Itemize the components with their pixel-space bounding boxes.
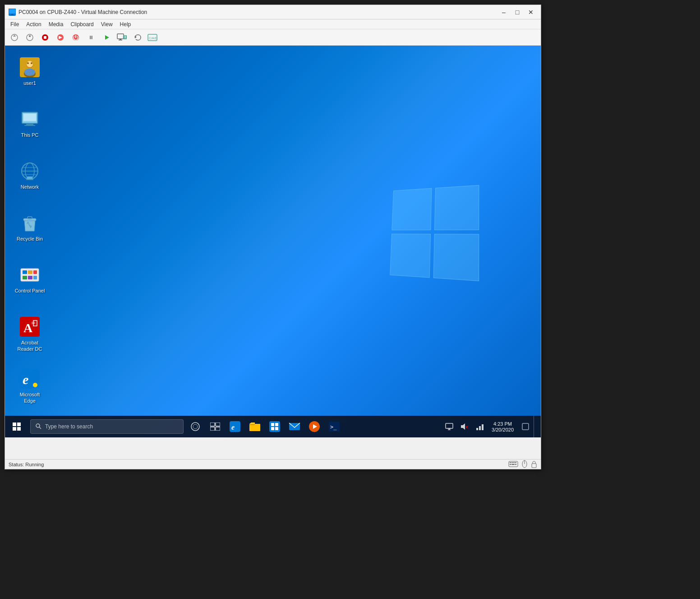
svg-rect-38 [23,114,36,121]
minimize-button[interactable]: – [497,7,510,17]
ctrlaltdel-btn[interactable]: C/A/D [146,31,159,44]
pause-btn[interactable] [84,31,98,44]
svg-rect-81 [271,423,274,426]
svg-rect-98 [482,424,484,430]
svg-rect-55 [28,276,32,279]
menu-clipboard[interactable]: Clipboard [67,20,97,28]
acrobat-label: Acrobat Reader DC [14,339,46,353]
mouse-status-icon [522,460,527,469]
svg-rect-83 [271,427,274,430]
svg-marker-26 [135,36,137,38]
task-view-button[interactable] [205,416,225,437]
svg-rect-53 [33,270,37,274]
svg-rect-102 [511,462,513,463]
edge-label: Microsoft Edge [14,391,46,404]
display-icon[interactable] [442,418,456,436]
svg-text:>_: >_ [330,424,337,430]
explorer-taskbar-button[interactable] [245,416,265,437]
undo-btn[interactable] [130,31,144,44]
desktop-icon-user1[interactable]: user1 [12,55,48,88]
svg-rect-16 [92,36,93,39]
svg-rect-75 [216,427,220,431]
vm-icon [9,9,16,16]
restore-button[interactable]: □ [511,7,524,17]
window-title: PC0004 on CPUB-Z440 - Virtual Machine Co… [18,9,147,15]
store-taskbar-button[interactable] [265,416,285,437]
control-panel-icon [19,264,41,286]
desktop: user1 This PC [5,46,541,437]
svg-rect-103 [513,462,515,463]
svg-rect-66 [13,427,16,431]
desktop-icon-acrobat[interactable]: A Acrobat Reader DC [12,314,48,354]
logo-pane-2 [434,185,479,230]
volume-icon[interactable]: × [457,418,472,436]
svg-point-34 [27,62,29,64]
svg-text:×: × [465,425,468,430]
status-text: Status: Running [9,462,44,467]
desktop-icon-recycle-bin[interactable]: Recycle Bin [12,210,48,244]
power-off-btn[interactable] [23,31,37,44]
svg-rect-51 [23,270,27,274]
svg-line-69 [39,427,41,429]
svg-text:C/A/D: C/A/D [149,37,157,40]
search-icon [35,423,41,431]
svg-point-71 [193,424,198,429]
svg-rect-49 [28,217,32,219]
svg-rect-72 [210,423,215,426]
power-btn[interactable] [69,31,83,44]
desktop-icon-network[interactable]: Network [12,158,48,192]
start-button[interactable] [5,416,28,437]
show-desktop-button[interactable] [534,416,537,437]
media-taskbar-button[interactable] [304,416,324,437]
status-right [508,460,537,469]
desktop-icon-edge[interactable]: e Microsoft Edge [12,366,48,406]
user1-icon [19,56,41,78]
acrobat-icon: A [19,316,41,338]
svg-point-32 [27,61,33,67]
notification-button[interactable] [518,418,533,436]
svg-point-70 [191,423,199,431]
close-button[interactable]: ✕ [525,7,537,17]
menu-action[interactable]: Action [23,20,45,28]
edge-icon: e [19,368,41,390]
svg-marker-17 [105,35,109,40]
svg-point-35 [31,62,32,64]
logo-pane-1 [391,188,432,231]
svg-rect-9 [44,36,46,39]
taskbar: Type here to search e [5,416,541,437]
menu-help[interactable]: Help [116,20,135,28]
svg-rect-96 [476,428,478,430]
menu-file[interactable]: File [7,20,23,28]
enhanced-session-btn[interactable] [115,31,129,44]
search-bar[interactable]: Type here to search [30,419,184,434]
svg-rect-18 [117,34,124,39]
title-bar: PC0004 on CPUB-Z440 - Virtual Machine Co… [5,5,541,19]
svg-rect-54 [23,276,27,279]
logo-pane-3 [390,234,431,278]
svg-rect-90 [446,423,453,428]
svg-rect-2 [11,14,13,15]
play-btn[interactable] [100,31,113,44]
lock-status-icon [531,460,537,469]
svg-text:e: e [231,423,235,431]
cortana-button[interactable] [185,416,205,437]
network-tray-icon[interactable] [473,418,487,436]
clock-time: 4:23 PM [493,421,512,427]
reset-icon[interactable] [8,31,21,44]
desktop-icon-control-panel[interactable]: Control Panel [12,262,48,296]
svg-rect-47 [26,179,33,180]
stop-btn[interactable] [38,31,52,44]
mail-taskbar-button[interactable] [285,416,304,437]
system-clock[interactable]: 4:23 PM 3/20/2020 [488,416,517,437]
menu-view[interactable]: View [97,20,116,28]
desktop-icon-this-pc[interactable]: This PC [12,107,48,140]
save-state-btn[interactable] [54,31,67,44]
svg-marker-94 [461,423,465,430]
this-pc-icon [19,108,41,130]
powershell-taskbar-button[interactable]: >_ [324,416,344,437]
svg-rect-106 [511,464,515,465]
network-label: Network [21,184,39,190]
menu-media[interactable]: Media [45,20,67,28]
windows-logo-grid [390,185,479,281]
edge-taskbar-button[interactable]: e [225,416,245,437]
